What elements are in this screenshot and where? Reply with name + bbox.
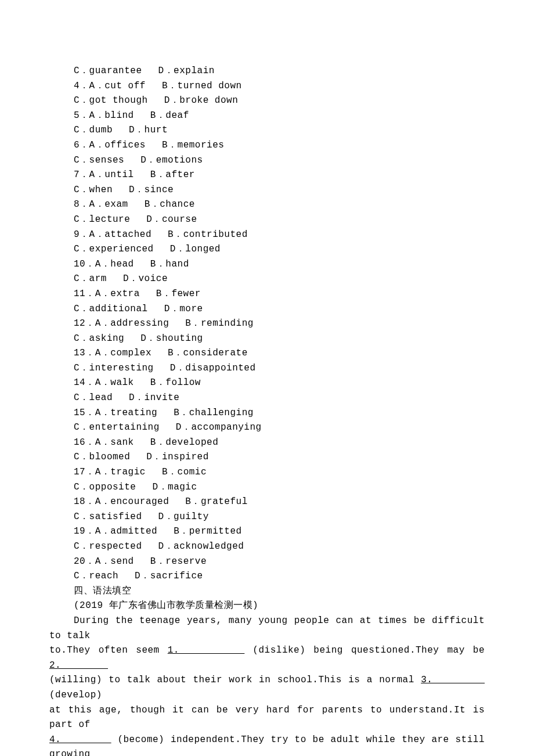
answer-option[interactable]: B．turned down — [162, 81, 242, 91]
answer-option[interactable]: C．interesting — [74, 363, 154, 373]
answer-option[interactable]: C．senses — [74, 155, 124, 165]
question-line: C．sensesD．emotions — [49, 153, 485, 168]
answer-option[interactable]: C．guarantee — [74, 66, 142, 76]
answer-option[interactable]: D．inspired — [146, 452, 208, 462]
answer-option[interactable]: A．exam — [89, 199, 128, 210]
answer-option[interactable]: D．broke down — [164, 95, 239, 106]
answer-option[interactable]: A．until — [89, 170, 134, 180]
answer-option[interactable]: A．admitted — [95, 526, 157, 537]
answer-option[interactable]: A．addressing — [95, 318, 169, 329]
answer-option[interactable]: B．considerate — [168, 348, 248, 358]
question-line: C．armD．voice — [49, 272, 485, 287]
answer-option[interactable]: A．complex — [95, 348, 151, 358]
answer-option[interactable]: B．memories — [162, 140, 224, 150]
question-line: 5．A．blindB．deaf — [49, 109, 485, 124]
question-number: 17． — [74, 467, 95, 477]
answer-option[interactable]: D．hurt — [129, 125, 168, 135]
answer-option[interactable]: B．reminding — [185, 318, 254, 329]
answer-option[interactable]: B．hand — [150, 259, 189, 269]
section-title: 四、语法填空 — [49, 584, 485, 599]
blank-3[interactable]: 3. — [421, 675, 485, 685]
answer-option[interactable]: A．walk — [95, 377, 134, 388]
blank-4[interactable]: 4. — [49, 735, 111, 745]
answer-option[interactable]: B．grateful — [185, 496, 247, 507]
answer-option[interactable]: C．when — [74, 185, 113, 195]
question-line: 4．A．cut offB．turned down — [49, 79, 485, 94]
answer-option[interactable]: C．experienced — [74, 244, 154, 254]
answer-option[interactable]: B．challenging — [174, 408, 254, 418]
passage-line-2: to.They often seem 1. (dislike) being qu… — [49, 643, 485, 673]
answer-option[interactable]: D．magic — [152, 482, 197, 492]
answer-option[interactable]: A．offices — [89, 140, 146, 150]
answer-option[interactable]: B．developed — [150, 437, 219, 448]
question-line: C．interestingD．disappointed — [49, 361, 485, 376]
answer-option[interactable]: C．arm — [74, 273, 107, 284]
answer-option[interactable]: D．accompanying — [176, 422, 262, 433]
question-line: C．whenD．since — [49, 183, 485, 198]
answer-option[interactable]: C．lead — [74, 393, 113, 403]
question-line: C．respectedD．acknowledged — [49, 539, 485, 555]
passage-text: at this age, though it can be very hard … — [49, 705, 485, 730]
answer-option[interactable]: D．more — [164, 304, 203, 314]
question-number: 9． — [74, 229, 89, 240]
answer-option[interactable]: B．contributed — [168, 229, 248, 240]
answer-option[interactable]: B．permitted — [174, 526, 242, 537]
answer-option[interactable]: D．disappointed — [170, 363, 256, 373]
question-line: C．guaranteeD．explain — [49, 64, 485, 79]
question-number: 8． — [74, 199, 89, 210]
answer-option[interactable]: B．chance — [145, 199, 195, 210]
answer-option[interactable]: A．head — [95, 259, 134, 269]
answer-option[interactable]: A．extra — [95, 289, 140, 299]
answer-option[interactable]: C．asking — [74, 333, 124, 344]
answer-option[interactable]: C．additional — [74, 304, 148, 314]
answer-option[interactable]: D．course — [146, 214, 197, 225]
answer-option[interactable]: D．acknowledged — [158, 541, 244, 552]
answer-option[interactable]: C．opposite — [74, 482, 136, 492]
answer-option[interactable]: C．satisfied — [74, 512, 142, 522]
blank-2[interactable]: 2. — [49, 660, 108, 671]
passage-text: to.They often seem — [49, 645, 168, 656]
answer-option[interactable]: D．shouting — [140, 333, 203, 344]
answer-option[interactable]: C．reach — [74, 571, 118, 581]
answer-option[interactable]: C．bloomed — [74, 452, 130, 462]
answer-option[interactable]: D．guilty — [158, 512, 209, 522]
answer-option[interactable]: C．respected — [74, 541, 142, 552]
answer-option[interactable]: B．comic — [162, 467, 207, 477]
answer-option[interactable]: B．follow — [150, 377, 201, 388]
question-number: 13． — [74, 348, 95, 358]
question-line: C．additionalD．more — [49, 302, 485, 317]
answer-option[interactable]: A．encouraged — [95, 496, 169, 507]
answer-option[interactable]: A．attached — [89, 229, 151, 240]
answer-option[interactable]: C．entertaining — [74, 422, 160, 433]
blank-1[interactable]: 1. — [168, 645, 245, 656]
answer-option[interactable]: C．got though — [74, 95, 148, 106]
passage-text: (become) independent.They try to be adul… — [49, 735, 485, 756]
answer-option[interactable]: A．tragic — [95, 467, 146, 477]
question-number: 6． — [74, 140, 89, 150]
question-line: 19．A．admittedB．permitted — [49, 524, 485, 539]
question-line: 11．A．extraB．fewer — [49, 287, 485, 302]
answer-option[interactable]: D．explain — [158, 66, 215, 76]
answer-option[interactable]: B．reserve — [150, 556, 207, 567]
answer-option[interactable]: A．cut off — [89, 81, 146, 91]
answer-option[interactable]: A．send — [95, 556, 134, 567]
question-number: 16． — [74, 437, 95, 448]
answer-option[interactable]: B．deaf — [150, 110, 189, 121]
question-line: C．bloomedD．inspired — [49, 450, 485, 465]
answer-option[interactable]: A．sank — [95, 437, 134, 448]
answer-option[interactable]: D．voice — [123, 273, 168, 284]
answer-option[interactable]: D．invite — [129, 393, 179, 403]
answer-option[interactable]: D．sacrifice — [135, 571, 203, 581]
answer-option[interactable]: D．since — [129, 185, 174, 195]
answer-option[interactable]: B．after — [150, 170, 195, 180]
answer-option[interactable]: C．dumb — [74, 125, 113, 135]
answer-option[interactable]: D．emotions — [140, 155, 203, 165]
question-number: 10． — [74, 259, 95, 269]
answer-option[interactable]: A．treating — [95, 408, 157, 418]
answer-option[interactable]: D．longed — [170, 244, 221, 254]
question-line: 13．A．complexB．considerate — [49, 346, 485, 361]
answer-option[interactable]: A．blind — [89, 110, 134, 121]
page-content: C．guaranteeD．explain4．A．cut offB．turned … — [0, 0, 534, 756]
answer-option[interactable]: C．lecture — [74, 214, 130, 225]
answer-option[interactable]: B．fewer — [156, 289, 201, 299]
